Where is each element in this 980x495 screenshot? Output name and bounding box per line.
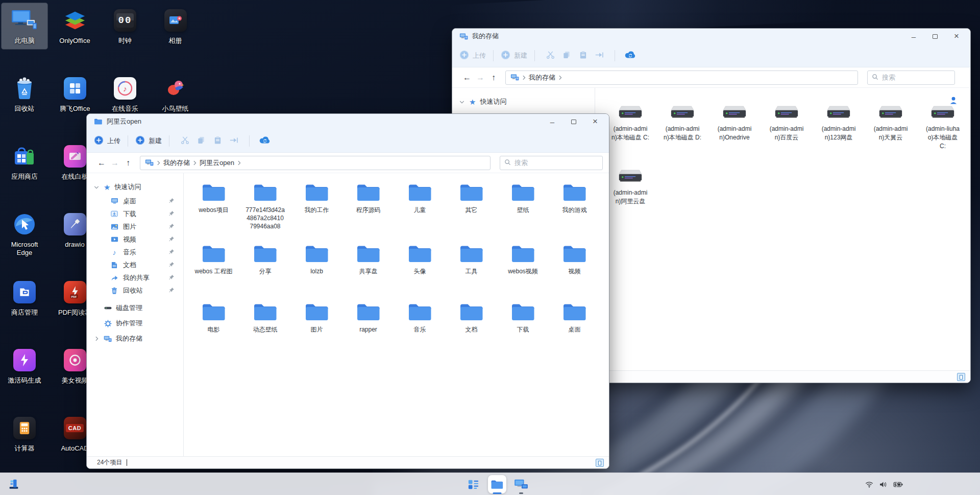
copy-icon[interactable] <box>193 133 209 149</box>
view-toggle-button[interactable] <box>957 373 965 381</box>
upload-button[interactable]: 上传 <box>94 135 120 147</box>
drive-item[interactable]: (admin-admin)阿里云盘 <box>604 167 656 206</box>
search-input[interactable] <box>882 74 950 81</box>
new-button[interactable]: 新建 <box>501 50 527 61</box>
folder-item[interactable]: 儿童 <box>394 182 446 230</box>
desktop-icon-storemgr[interactable]: 商店管理 <box>2 275 47 321</box>
up-button[interactable]: ↑ <box>121 156 135 170</box>
taskbar-button-storage-window[interactable] <box>511 474 531 494</box>
battery-charging-icon[interactable] <box>893 482 903 487</box>
sidebar-item-videoic[interactable]: 视频 <box>87 233 183 246</box>
cut-icon[interactable] <box>542 48 558 63</box>
move-icon[interactable] <box>226 133 242 149</box>
forward-button[interactable]: → <box>108 156 121 170</box>
folder-item[interactable]: 我的工作 <box>291 182 342 230</box>
folder-item[interactable]: 视频 <box>549 244 600 276</box>
window-aliyun-open[interactable]: 阿里云open – × 上传 新建 ← → ↑ 我的存储阿里云open <box>86 113 609 469</box>
sidebar-item-diskbar[interactable]: 磁盘管理 <box>87 300 183 316</box>
folder-item[interactable]: 工具 <box>446 244 497 276</box>
pin-icon[interactable] <box>168 287 175 295</box>
desktop-icon-appstore[interactable]: 应用商店 <box>2 139 47 185</box>
breadcrumb[interactable]: 我的存储阿里云open <box>140 156 491 170</box>
cloud-sync-icon[interactable] <box>622 48 639 63</box>
folder-item[interactable]: 下载 <box>497 302 549 334</box>
up-button[interactable]: ↑ <box>487 71 500 84</box>
desktop-icon-tengfei[interactable]: 腾飞Office <box>52 71 98 117</box>
volume-icon[interactable] <box>879 481 887 488</box>
desktop-icon-music[interactable]: ♪ 在线音乐 <box>102 71 148 117</box>
folder-item[interactable]: 动态壁纸 <box>239 302 291 334</box>
search-box[interactable] <box>500 156 603 170</box>
taskbar-button-start-menu[interactable] <box>463 474 483 494</box>
drive-item[interactable]: (admin-admin)Onedrive <box>708 103 761 150</box>
folder-item[interactable]: webos项目 <box>188 182 239 230</box>
breadcrumb-segment[interactable]: 我的存储 <box>529 73 555 82</box>
drive-item[interactable]: (admin-admin)本地磁盘 D: <box>656 103 708 150</box>
view-toggle-button[interactable] <box>596 459 604 467</box>
copy-icon[interactable] <box>558 48 575 63</box>
pin-icon[interactable] <box>168 236 175 244</box>
drive-item[interactable]: (admin-admin)123网盘 <box>813 103 865 150</box>
title-bar[interactable]: 我的存储 – × <box>452 29 970 44</box>
wifi-icon[interactable] <box>865 481 873 488</box>
folder-item[interactable]: 图片 <box>291 302 342 334</box>
sidebar-item-quick-access[interactable]: ★ 快速访问 <box>452 94 595 109</box>
drive-item[interactable]: (admin-admin)本地磁盘 C: <box>604 103 656 150</box>
sidebar-item-docic[interactable]: 文档 <box>87 258 183 271</box>
sidebar-item-musicnote[interactable]: ♪ 音乐 <box>87 246 183 258</box>
folder-item[interactable]: 壁纸 <box>497 182 549 230</box>
upload-button[interactable]: 上传 <box>459 50 486 61</box>
back-button[interactable]: ← <box>95 156 108 170</box>
pin-icon[interactable] <box>168 249 175 256</box>
folder-item[interactable]: 其它 <box>446 182 497 230</box>
folder-item[interactable]: 电影 <box>188 302 239 334</box>
folder-item[interactable]: lolzb <box>291 244 342 276</box>
desktop-icon-clock[interactable]: 00 时钟 <box>102 3 148 49</box>
minimize-button[interactable]: – <box>542 114 563 129</box>
breadcrumb[interactable]: 我的存储 <box>505 70 858 85</box>
desktop-icon-recycle[interactable]: 回收站 <box>2 71 47 117</box>
sidebar-item-image[interactable]: 图片 <box>87 220 183 233</box>
pin-icon[interactable] <box>168 274 175 282</box>
paste-icon[interactable] <box>575 48 591 63</box>
drive-item[interactable]: (admin-admin)天翼云 <box>865 103 917 150</box>
new-button[interactable]: 新建 <box>135 135 162 147</box>
desktop-icon-edge[interactable]: Microsoft Edge <box>2 207 47 262</box>
desktop-icon-calc[interactable]: 计算器 <box>2 411 47 457</box>
cloud-sync-icon[interactable] <box>257 133 273 149</box>
drive-item[interactable]: (admin-admin)百度云 <box>761 103 813 150</box>
folder-item[interactable]: 头像 <box>394 244 446 276</box>
breadcrumb-segment[interactable]: 我的存储 <box>163 158 190 168</box>
sidebar-item-desktop[interactable]: 桌面 <box>87 195 183 207</box>
desktop-icon-bird[interactable]: 小鸟壁纸 <box>153 71 199 117</box>
folder-item[interactable]: 共享盘 <box>342 244 394 276</box>
close-button[interactable]: × <box>584 114 606 129</box>
pin-icon[interactable] <box>168 198 175 205</box>
desktop-icon-onlyoffice[interactable]: OnlyOffice <box>52 3 98 49</box>
desktop-icon-album[interactable]: 相册 <box>153 3 199 49</box>
paste-icon[interactable] <box>209 133 226 149</box>
taskbar-button-file-manager[interactable] <box>487 474 507 494</box>
drive-item[interactable]: (admin-liuhao)本地磁盘C: <box>917 103 969 150</box>
cut-icon[interactable] <box>177 133 193 149</box>
folder-item[interactable]: 音乐 <box>394 302 446 334</box>
start-logo-icon[interactable] <box>7 478 20 491</box>
move-icon[interactable] <box>591 48 607 63</box>
sidebar-item-gear[interactable]: 协作管理 <box>87 316 183 331</box>
folder-item[interactable]: 文档 <box>446 302 497 334</box>
sidebar-item-quick-access[interactable]: ★ 快速访问 <box>87 179 183 195</box>
pin-icon[interactable] <box>168 262 175 269</box>
search-box[interactable] <box>867 70 955 85</box>
close-button[interactable]: × <box>946 29 967 44</box>
folder-item[interactable]: 程序源码 <box>342 182 394 230</box>
pin-icon[interactable] <box>168 210 175 218</box>
search-input[interactable] <box>514 159 598 167</box>
sidebar-item-trash[interactable]: 回收站 <box>87 284 183 297</box>
folder-item[interactable]: webos 工程图 <box>188 244 239 276</box>
folder-item[interactable]: 我的游戏 <box>549 182 600 230</box>
folder-item[interactable]: 桌面 <box>549 302 600 334</box>
folder-item[interactable]: 777e14f3d42a4867a2c841079946aa08 <box>239 182 291 230</box>
folder-item[interactable]: 分享 <box>239 244 291 276</box>
maximize-button[interactable] <box>563 114 584 129</box>
pin-icon[interactable] <box>168 223 175 231</box>
